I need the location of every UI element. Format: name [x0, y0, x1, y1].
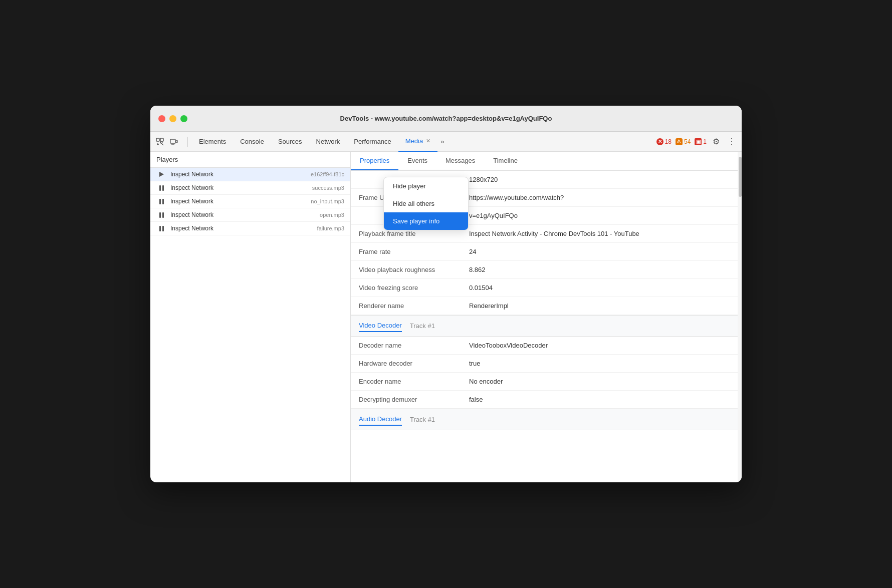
- prop-value: VideoTooboxVideoDecoder: [461, 337, 742, 355]
- tab-properties[interactable]: Properties: [351, 152, 398, 170]
- tab-network[interactable]: Network: [309, 132, 347, 152]
- player-id: open.mp3: [320, 212, 344, 218]
- prop-label: Decoder name: [351, 337, 461, 355]
- info-count: 1: [703, 138, 707, 145]
- player-row[interactable]: Inspect Network failure.mp3: [150, 222, 350, 235]
- save-player-info-item[interactable]: Save player info: [384, 212, 468, 230]
- prop-value: 0.01504: [461, 279, 742, 297]
- prop-value: Inspect Network Activity - Chrome DevToo…: [461, 225, 742, 243]
- decoder-properties-table: Decoder name VideoTooboxVideoDecoder Har…: [351, 337, 742, 409]
- section-tab-video-decoder[interactable]: Video Decoder: [359, 320, 402, 332]
- player-id: failure.mp3: [317, 225, 344, 231]
- tab-sources[interactable]: Sources: [271, 132, 309, 152]
- prop-value: No encoder: [461, 373, 742, 391]
- player-type: Inspect Network: [170, 211, 320, 218]
- warning-badge[interactable]: ⚠ 54: [676, 138, 691, 145]
- prop-value: 24: [461, 243, 742, 261]
- info-icon: ▣: [695, 138, 702, 145]
- minimize-button[interactable]: [169, 115, 176, 122]
- prop-label: Decrypting demuxer: [351, 391, 461, 409]
- svg-rect-0: [156, 138, 159, 141]
- tab-timeline[interactable]: Timeline: [484, 152, 527, 170]
- info-badge[interactable]: ▣ 1: [695, 138, 707, 145]
- table-row: Renderer name RendererImpl: [351, 297, 742, 315]
- prop-value: v=e1gAyQuIFQo: [461, 207, 742, 225]
- tab-media-close[interactable]: ✕: [426, 138, 430, 144]
- player-type: Inspect Network: [170, 198, 311, 205]
- tab-messages[interactable]: Messages: [436, 152, 484, 170]
- tab-events[interactable]: Events: [398, 152, 436, 170]
- scrollbar-thumb[interactable]: [739, 157, 742, 197]
- table-row: Video freezing score 0.01504: [351, 279, 742, 297]
- pause-icon: [156, 226, 166, 231]
- hide-player-item[interactable]: Hide player: [384, 177, 468, 195]
- player-row[interactable]: Inspect Network no_input.mp3: [150, 195, 350, 208]
- settings-icon[interactable]: ⚙: [711, 135, 722, 148]
- error-icon: ✕: [656, 138, 663, 145]
- main-content: Players Inspect Network e162ff94-f81c In…: [150, 152, 742, 482]
- prop-label: Frame rate: [351, 243, 461, 261]
- players-header: Players: [150, 152, 350, 168]
- audio-section-header: Audio Decoder Track #1: [351, 409, 742, 430]
- close-button[interactable]: [158, 115, 165, 122]
- prop-value: https://www.youtube.com/watch?: [461, 189, 742, 207]
- prop-label: Renderer name: [351, 297, 461, 315]
- tab-elements[interactable]: Elements: [192, 132, 233, 152]
- tab-more-icon[interactable]: »: [437, 138, 447, 145]
- hide-all-others-item[interactable]: Hide all others: [384, 195, 468, 212]
- scrollbar-track[interactable]: [738, 152, 742, 482]
- svg-rect-2: [170, 139, 175, 143]
- section-tab-track[interactable]: Track #1: [410, 320, 435, 332]
- error-badge[interactable]: ✕ 18: [656, 138, 672, 145]
- prop-label: Video freezing score: [351, 279, 461, 297]
- table-row: Decrypting demuxer false: [351, 391, 742, 409]
- svg-rect-1: [160, 138, 163, 141]
- table-row: Encoder name No encoder: [351, 373, 742, 391]
- prop-label: Encoder name: [351, 373, 461, 391]
- prop-value: false: [461, 391, 742, 409]
- player-row[interactable]: Inspect Network e162ff94-f81c: [150, 168, 350, 181]
- prop-label: Hardware decoder: [351, 355, 461, 373]
- section-tab-audio-decoder[interactable]: Audio Decoder: [359, 413, 402, 426]
- player-row[interactable]: Inspect Network success.mp3: [150, 181, 350, 195]
- devtools-window: DevTools - www.youtube.com/watch?app=des…: [150, 106, 742, 482]
- prop-value: 1280x720: [461, 171, 742, 189]
- tab-media-label: Media: [405, 137, 423, 145]
- pause-icon: [156, 199, 166, 204]
- player-type: Inspect Network: [170, 171, 311, 178]
- play-icon: [156, 172, 166, 177]
- section-header: Video Decoder Track #1: [351, 315, 742, 337]
- table-row: Decoder name VideoTooboxVideoDecoder: [351, 337, 742, 355]
- traffic-lights: [158, 115, 187, 122]
- pause-icon: [156, 212, 166, 218]
- player-id: success.mp3: [312, 185, 344, 191]
- table-row: Video playback roughness 8.862: [351, 261, 742, 279]
- tab-console[interactable]: Console: [233, 132, 271, 152]
- player-row[interactable]: Inspect Network open.mp3: [150, 208, 350, 222]
- player-id: no_input.mp3: [311, 198, 344, 204]
- toolbar-right: ✕ 18 ⚠ 54 ▣ 1 ⚙ ⋮: [656, 135, 738, 148]
- tab-performance[interactable]: Performance: [347, 132, 398, 152]
- player-id: e162ff94-f81c: [311, 171, 344, 177]
- nav-tabs: Elements Console Sources Network Perform…: [192, 132, 447, 152]
- prop-label: Video playback roughness: [351, 261, 461, 279]
- pause-icon: [156, 185, 166, 191]
- maximize-button[interactable]: [180, 115, 187, 122]
- warning-count: 54: [684, 138, 691, 145]
- window-title: DevTools - www.youtube.com/watch?app=des…: [340, 115, 552, 122]
- titlebar: DevTools - www.youtube.com/watch?app=des…: [150, 106, 742, 132]
- table-row: Hardware decoder true: [351, 355, 742, 373]
- section-tab-audio-track[interactable]: Track #1: [410, 414, 435, 425]
- toolbar: Elements Console Sources Network Perform…: [150, 132, 742, 152]
- more-icon[interactable]: ⋮: [726, 135, 738, 148]
- inspect-icon[interactable]: [154, 136, 165, 147]
- device-icon[interactable]: [168, 136, 179, 147]
- tab-media[interactable]: Media ✕: [398, 132, 437, 152]
- player-type: Inspect Network: [170, 184, 312, 191]
- table-row: Frame rate 24: [351, 243, 742, 261]
- prop-value: true: [461, 355, 742, 373]
- svg-rect-3: [176, 140, 177, 143]
- toolbar-icons: [154, 136, 179, 147]
- prop-value: RendererImpl: [461, 297, 742, 315]
- error-count: 18: [665, 138, 672, 145]
